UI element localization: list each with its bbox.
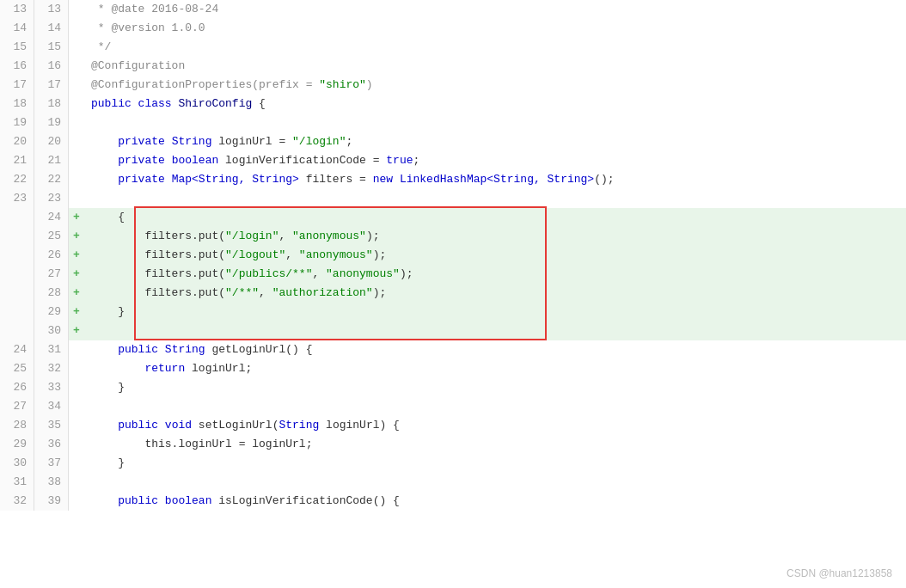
line-num-new: 14 [34, 19, 69, 38]
line-num-old: 26 [0, 378, 34, 397]
code-row: 1515 */ [0, 38, 906, 57]
code-content [84, 397, 906, 416]
line-num-old: 21 [0, 151, 34, 170]
code-row: 1616@Configuration [0, 57, 906, 76]
code-row: 2532 return loginUrl; [0, 359, 906, 378]
code-row: 1414 * @version 1.0.0 [0, 19, 906, 38]
code-row: 1919 [0, 113, 906, 132]
code-row: 2121 private boolean loginVerificationCo… [0, 151, 906, 170]
code-viewer: 1313 * @date 2016-08-241414 * @version 1… [0, 0, 906, 588]
line-num-new: 27 [34, 265, 69, 284]
line-num-new: 25 [34, 227, 69, 246]
code-content: * @version 1.0.0 [84, 19, 906, 38]
line-num-old: 29 [0, 435, 34, 454]
line-num-old [0, 246, 34, 265]
code-content: } [84, 454, 906, 473]
code-row: 2222 private Map<String, String> filters… [0, 170, 906, 189]
diff-marker [69, 113, 84, 132]
code-content [84, 473, 906, 492]
line-num-old: 28 [0, 416, 34, 435]
diff-marker: + [69, 322, 84, 340]
code-row: 3239 public boolean isLoginVerificationC… [0, 492, 906, 511]
code-row: 3138 [0, 473, 906, 492]
code-row: 25+ filters.put("/login", "anonymous"); [0, 227, 906, 246]
diff-marker: + [69, 303, 84, 322]
code-row: 30+ [0, 322, 906, 340]
diff-marker [69, 473, 84, 492]
code-row: 3037 } [0, 454, 906, 473]
diff-marker [69, 340, 84, 359]
line-num-old: 31 [0, 473, 34, 492]
line-num-new: 18 [34, 95, 69, 113]
code-row: 2936 this.loginUrl = loginUrl; [0, 435, 906, 454]
code-row: 1313 * @date 2016-08-24 [0, 0, 906, 19]
code-lines: 1313 * @date 2016-08-241414 * @version 1… [0, 0, 906, 511]
code-row: 1717@ConfigurationProperties(prefix = "s… [0, 76, 906, 95]
diff-marker [69, 132, 84, 151]
diff-marker [69, 170, 84, 189]
line-num-old [0, 322, 34, 340]
code-content: * @date 2016-08-24 [84, 0, 906, 19]
diff-marker [69, 95, 84, 113]
code-content: public class ShiroConfig { [84, 95, 906, 113]
code-row: 2633 } [0, 378, 906, 397]
code-row: 2835 public void setLoginUrl(String logi… [0, 416, 906, 435]
code-row: 1818public class ShiroConfig { [0, 95, 906, 113]
line-num-new: 38 [34, 473, 69, 492]
line-num-old [0, 208, 34, 227]
code-content: public String getLoginUrl() { [84, 340, 906, 359]
diff-marker: + [69, 246, 84, 265]
diff-marker [69, 0, 84, 19]
diff-marker: + [69, 284, 84, 303]
code-content: } [84, 303, 906, 322]
line-num-new: 24 [34, 208, 69, 227]
line-num-new: 23 [34, 189, 69, 208]
code-row: 2431 public String getLoginUrl() { [0, 340, 906, 359]
line-num-new: 36 [34, 435, 69, 454]
line-num-new: 34 [34, 397, 69, 416]
line-num-old: 15 [0, 38, 34, 57]
diff-marker: + [69, 265, 84, 284]
line-num-old: 25 [0, 359, 34, 378]
line-num-new: 15 [34, 38, 69, 57]
line-num-new: 32 [34, 359, 69, 378]
line-num-old: 19 [0, 113, 34, 132]
code-row: 29+ } [0, 303, 906, 322]
code-content: private String loginUrl = "/login"; [84, 132, 906, 151]
code-content [84, 113, 906, 132]
diff-marker [69, 378, 84, 397]
code-content [84, 322, 906, 340]
watermark-text: CSDN @huan1213858 [787, 567, 892, 579]
diff-marker [69, 38, 84, 57]
line-num-new: 37 [34, 454, 69, 473]
line-num-new: 16 [34, 57, 69, 76]
diff-marker [69, 397, 84, 416]
line-num-new: 31 [34, 340, 69, 359]
line-num-old: 13 [0, 0, 34, 19]
diff-marker [69, 492, 84, 511]
line-num-new: 30 [34, 322, 69, 340]
line-num-new: 22 [34, 170, 69, 189]
line-num-old [0, 284, 34, 303]
line-num-new: 26 [34, 246, 69, 265]
code-content [84, 189, 906, 208]
code-row: 2020 private String loginUrl = "/login"; [0, 132, 906, 151]
line-num-old [0, 265, 34, 284]
code-row: 26+ filters.put("/logout", "anonymous"); [0, 246, 906, 265]
code-content: filters.put("/publics/**", "anonymous"); [84, 265, 906, 284]
code-content: filters.put("/**", "authorization"); [84, 284, 906, 303]
line-num-new: 39 [34, 492, 69, 511]
line-num-new: 20 [34, 132, 69, 151]
diff-marker [69, 189, 84, 208]
line-num-old: 27 [0, 397, 34, 416]
line-num-new: 21 [34, 151, 69, 170]
code-content: filters.put("/login", "anonymous"); [84, 227, 906, 246]
diff-marker [69, 416, 84, 435]
code-content: private Map<String, String> filters = ne… [84, 170, 906, 189]
line-num-old [0, 227, 34, 246]
code-content: public void setLoginUrl(String loginUrl)… [84, 416, 906, 435]
line-num-old: 30 [0, 454, 34, 473]
line-num-new: 28 [34, 284, 69, 303]
code-content: this.loginUrl = loginUrl; [84, 435, 906, 454]
code-row: 27+ filters.put("/publics/**", "anonymou… [0, 265, 906, 284]
